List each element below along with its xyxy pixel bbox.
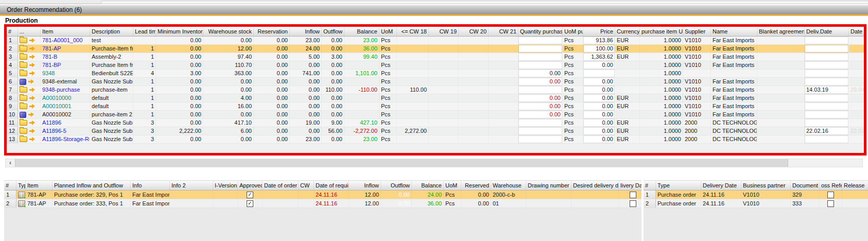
cell-price[interactable]: 1,363.62 xyxy=(583,53,615,61)
cell-warehouse-stock[interactable]: 97.40 xyxy=(203,53,254,61)
horizontal-scrollbar[interactable]: ‹ xyxy=(5,159,863,167)
cell-deliv-date[interactable] xyxy=(805,94,849,102)
cell-warehouse[interactable]: 01 xyxy=(491,199,526,208)
cell-purchase-item-unit[interactable]: 1.0000 xyxy=(640,78,683,85)
column-header-cw21[interactable]: CW 21 xyxy=(489,27,518,36)
cell-reservation[interactable]: 0.00 xyxy=(254,135,290,143)
cell-business-partner[interactable]: V1010 xyxy=(741,191,791,199)
cell-cross-reference[interactable] xyxy=(820,199,842,208)
table-row[interactable]: 10A00010002purchase-item 210.000.000.000… xyxy=(7,111,864,119)
cell-date-oc[interactable]: 29.04. xyxy=(849,86,866,94)
cell-uom[interactable]: Pcs xyxy=(444,199,461,208)
cell-cw18[interactable] xyxy=(397,94,429,102)
column-header-purchase-item-unit[interactable]: purchase item Unit xyxy=(640,27,683,36)
column-header-approved[interactable]: Approved xyxy=(238,181,263,190)
table-row[interactable]: 9A00010001default10.0016.000.000.000.00P… xyxy=(7,102,864,111)
cell-price[interactable]: 100.00 xyxy=(583,45,615,53)
column-header-outflow[interactable]: Outflow xyxy=(381,181,412,190)
column-header-blanket-agreement[interactable]: Blanket agreement Numbe xyxy=(757,27,805,36)
cell-currency[interactable] xyxy=(615,111,640,118)
table-row[interactable]: 1Purchase order24.11.16V1010329 xyxy=(644,191,868,199)
cell-price[interactable]: 0.00 xyxy=(583,119,615,127)
cell-purchase-item-unit[interactable]: 1.0000 xyxy=(640,135,683,143)
cell-warehouse-stock[interactable]: 0.00 xyxy=(203,86,254,94)
column-header-icons[interactable]: ... xyxy=(18,27,41,36)
cell-name[interactable]: DC TECHNOLOGY CO xyxy=(711,135,757,143)
cell-description[interactable]: Bedienbult S22E xyxy=(90,70,133,77)
cell-cw20[interactable] xyxy=(459,45,489,53)
table-row[interactable]: 12A11896-5Gas Nozzle Subasse32,222.006.0… xyxy=(7,127,864,135)
cell-deliv-date[interactable]: 22.02.16 xyxy=(805,127,849,135)
cell-planned-inflow-outflow[interactable]: Purchase order: 333, Pos 1 xyxy=(53,199,131,208)
cell-price[interactable]: 913.86 xyxy=(583,37,615,44)
cell-uom[interactable]: Pcs xyxy=(379,119,397,127)
unchecked-checkbox[interactable] xyxy=(630,200,636,207)
cell-warehouse-stock[interactable]: 0.00 xyxy=(203,135,254,143)
cell-uom-pu[interactable]: Pcs xyxy=(563,45,583,53)
cell-inflow[interactable]: 0.00 xyxy=(290,78,322,85)
cell-icons[interactable] xyxy=(18,102,41,110)
cell-uom-pu[interactable]: Pcs xyxy=(563,70,583,77)
column-header-info[interactable]: Info xyxy=(131,181,170,190)
cell-cw18[interactable] xyxy=(397,78,429,85)
cell-warehouse[interactable]: 2000-c-b xyxy=(491,191,526,199)
cell-description[interactable]: default xyxy=(90,94,133,102)
cell-type-icon[interactable] xyxy=(16,199,26,208)
cell-supplier[interactable]: V1010 xyxy=(683,45,711,53)
cell-deliv-date[interactable] xyxy=(805,70,849,77)
cell-outflow[interactable]: 0.00 xyxy=(322,78,344,85)
cell-warehouse-stock[interactable]: 6.00 xyxy=(203,127,254,135)
cell-balance[interactable]: 24.00 xyxy=(412,191,444,199)
column-header-min-inventory[interactable]: Minimum Inventory xyxy=(156,27,203,36)
column-header-uom[interactable]: UoM xyxy=(444,181,461,190)
cell-qty-purchase-item[interactable] xyxy=(518,119,563,127)
cell-lead-time[interactable]: 3 xyxy=(133,127,156,135)
cell-blanket-agreement[interactable] xyxy=(757,45,805,53)
cell-currency[interactable] xyxy=(615,86,640,94)
cell-business-partner[interactable]: V1010 xyxy=(741,199,791,208)
cell-cw21[interactable] xyxy=(489,111,518,118)
cell-name[interactable]: DC TECHNOLOGY CO xyxy=(711,119,757,127)
cell-i-version[interactable] xyxy=(213,191,238,199)
cell-num[interactable]: 10 xyxy=(7,111,18,118)
cell-description[interactable]: test xyxy=(90,37,133,44)
cell-qty-purchase-item[interactable] xyxy=(518,127,563,135)
cell-min-inventory[interactable]: 0.00 xyxy=(156,78,203,85)
cell-inflow[interactable]: 0.00 xyxy=(290,86,322,94)
cell-cw19[interactable] xyxy=(429,94,459,102)
cell-icons[interactable] xyxy=(18,78,41,85)
cell-reserved[interactable]: 0.00 xyxy=(461,199,491,208)
cell-num[interactable]: 2 xyxy=(4,199,16,208)
column-header-inflow[interactable]: Inflow xyxy=(290,27,322,36)
cell-inflow[interactable]: 0.00 xyxy=(290,111,322,118)
checked-checkbox[interactable]: ✓ xyxy=(247,192,253,198)
cell-currency[interactable]: EUR xyxy=(615,45,640,53)
table-row[interactable]: 13A11896-Storage-RelaGas Nozzle Subasse3… xyxy=(7,135,864,144)
cell-balance[interactable]: -2,272.00 xyxy=(344,127,379,135)
cell-purchase-item-unit[interactable]: 1.0000 xyxy=(640,94,683,102)
cell-currency[interactable]: EUR xyxy=(615,37,640,44)
cell-warehouse-stock[interactable]: 0.00 xyxy=(203,78,254,85)
cell-blanket-agreement[interactable] xyxy=(757,111,805,118)
scrollbar-thumb[interactable] xyxy=(15,159,788,167)
cell-price[interactable]: 0.00 xyxy=(583,94,615,102)
cell-warehouse-stock[interactable]: 110.70 xyxy=(203,61,254,69)
cell-outflow[interactable]: 0.00 xyxy=(322,111,344,118)
cell-balance[interactable]: -110.00 xyxy=(344,86,379,94)
cell-uom-pu[interactable]: Pcs xyxy=(563,61,583,69)
checked-checkbox[interactable]: ✓ xyxy=(247,200,253,207)
cell-uom[interactable]: Pcs xyxy=(379,111,397,118)
cell-inflow[interactable]: 23.00 xyxy=(290,37,322,44)
cell-inflow[interactable]: 24.00 xyxy=(290,45,322,53)
cell-reservation[interactable]: 0.00 xyxy=(254,78,290,85)
cell-cw19[interactable] xyxy=(429,135,459,143)
cell-item[interactable]: 781-AP xyxy=(41,45,90,53)
cell-supplier[interactable]: V1010 xyxy=(683,37,711,44)
cell-cw19[interactable] xyxy=(429,78,459,85)
column-header-inflow[interactable]: Inflow xyxy=(349,181,381,190)
cell-deliv-date[interactable] xyxy=(805,37,849,44)
cell-price[interactable]: 0.00 xyxy=(583,102,615,110)
cell-cw20[interactable] xyxy=(459,102,489,110)
cell-min-inventory[interactable]: 0.00 xyxy=(156,37,203,44)
cell-i-version[interactable] xyxy=(213,199,238,208)
